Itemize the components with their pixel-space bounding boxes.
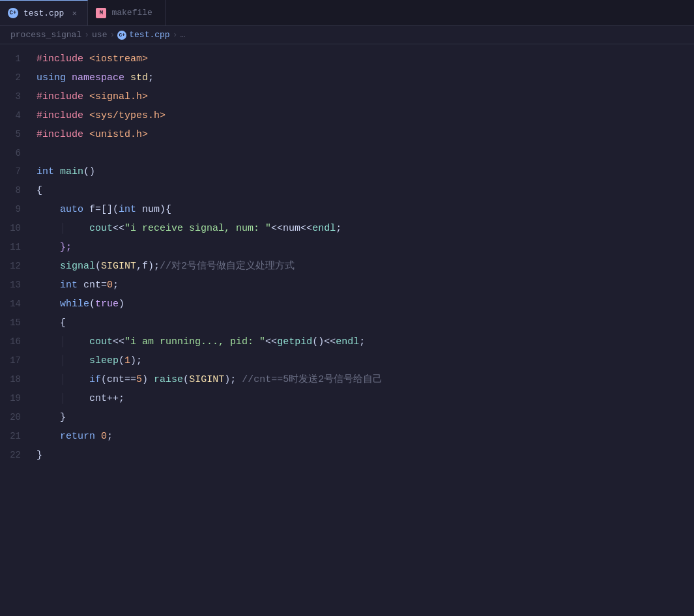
line-content: #include <unistd.h> <box>31 126 689 144</box>
code-line: 2using namespace std; <box>0 68 694 87</box>
tab-label-test-cpp: test.cpp <box>23 8 64 18</box>
breadcrumb-part-1: process_signal <box>10 30 81 40</box>
line-content: } <box>31 409 689 427</box>
line-content: │ cout<<"i am running..., pid: "<<getpid… <box>31 333 689 351</box>
breadcrumb: process_signal › use › C+ test.cpp › … <box>0 26 694 44</box>
breadcrumb-sep-2: › <box>109 30 115 40</box>
tab-close-test-cpp[interactable]: ✕ <box>69 8 80 18</box>
tab-test-cpp[interactable]: C+ test.cpp ✕ <box>0 0 88 25</box>
code-line: 11 }; <box>0 238 694 257</box>
code-line: 18 │ if(cnt==5) raise(SIGINT); //cnt==5时… <box>0 370 694 389</box>
line-content: #include <iostream> <box>31 50 689 68</box>
line-content: │ cnt++; <box>31 390 689 408</box>
line-content: int cnt=0; <box>31 276 689 295</box>
code-line: 22} <box>0 446 694 465</box>
code-line: 13 int cnt=0; <box>0 276 694 295</box>
line-content: while(true) <box>31 295 689 314</box>
line-content: { <box>31 314 689 332</box>
cpp-icon: C+ <box>8 8 18 18</box>
code-line: 14 while(true) <box>0 295 694 314</box>
code-line: 20 } <box>0 408 694 427</box>
line-number: 11 <box>0 238 31 256</box>
code-editor: 1#include <iostream>2using namespace std… <box>0 44 694 470</box>
breadcrumb-part-3: C+ test.cpp <box>117 30 169 40</box>
line-content: #include <sys/types.h> <box>31 107 689 125</box>
line-content: #include <signal.h> <box>31 88 689 106</box>
breadcrumb-sep-3: › <box>173 30 178 40</box>
line-number: 12 <box>0 257 31 275</box>
code-line: 16 │ cout<<"i am running..., pid: "<<get… <box>0 332 694 351</box>
code-line: 5#include <unistd.h> <box>0 125 694 144</box>
line-content: } <box>31 447 689 465</box>
code-line: 1#include <iostream> <box>0 50 694 68</box>
line-number: 21 <box>0 427 31 445</box>
line-number: 18 <box>0 370 31 389</box>
line-content: │ sleep(1); <box>31 352 689 370</box>
line-number: 9 <box>0 200 31 218</box>
line-number: 22 <box>0 446 31 464</box>
breadcrumb-part-4: … <box>180 30 185 40</box>
line-number: 19 <box>0 389 31 407</box>
code-line: 12 signal(SIGINT,f);//对2号信号做自定义处理方式 <box>0 257 694 276</box>
line-content: }; <box>31 239 689 257</box>
line-content: auto f=[](int num){ <box>31 201 689 219</box>
code-line: 15 { <box>0 314 694 332</box>
line-content: │ if(cnt==5) raise(SIGINT); //cnt==5时发送2… <box>31 371 689 389</box>
line-number: 1 <box>0 50 31 68</box>
breadcrumb-cpp-icon: C+ <box>117 31 126 40</box>
code-line: 17 │ sleep(1); <box>0 351 694 370</box>
line-number: 2 <box>0 68 31 87</box>
breadcrumb-sep-1: › <box>84 30 89 40</box>
code-line: 7int main() <box>0 162 694 181</box>
line-content: signal(SIGINT,f);//对2号信号做自定义处理方式 <box>31 257 689 276</box>
code-line: 19 │ cnt++; <box>0 389 694 408</box>
tab-label-makefile: makefile <box>111 8 152 18</box>
code-line: 9 auto f=[](int num){ <box>0 200 694 219</box>
code-line: 8{ <box>0 181 694 200</box>
line-number: 16 <box>0 332 31 351</box>
code-line: 10 │ cout<<"i receive signal, num: "<<nu… <box>0 219 694 238</box>
line-number: 5 <box>0 125 31 143</box>
tab-makefile[interactable]: M makefile <box>88 0 166 25</box>
line-content: return 0; <box>31 428 689 446</box>
make-icon: M <box>96 8 106 18</box>
code-line: 3#include <signal.h> <box>0 87 694 106</box>
line-content: using namespace std; <box>31 69 689 87</box>
code-line: 21 return 0; <box>0 427 694 446</box>
line-number: 15 <box>0 314 31 332</box>
line-number: 20 <box>0 408 31 426</box>
line-number: 10 <box>0 219 31 237</box>
line-number: 17 <box>0 351 31 370</box>
line-number: 4 <box>0 106 31 125</box>
breadcrumb-part-2: use <box>92 30 107 40</box>
tab-bar: C+ test.cpp ✕ M makefile <box>0 0 694 26</box>
line-number: 6 <box>0 144 31 162</box>
line-content: int main() <box>31 163 689 181</box>
line-number: 7 <box>0 162 31 181</box>
line-number: 8 <box>0 181 31 199</box>
line-number: 14 <box>0 295 31 313</box>
code-line: 6 <box>0 144 694 162</box>
line-number: 3 <box>0 87 31 106</box>
code-line: 4#include <sys/types.h> <box>0 106 694 125</box>
line-content: { <box>31 182 689 200</box>
line-number: 13 <box>0 276 31 294</box>
line-content: │ cout<<"i receive signal, num: "<<num<<… <box>31 220 689 238</box>
